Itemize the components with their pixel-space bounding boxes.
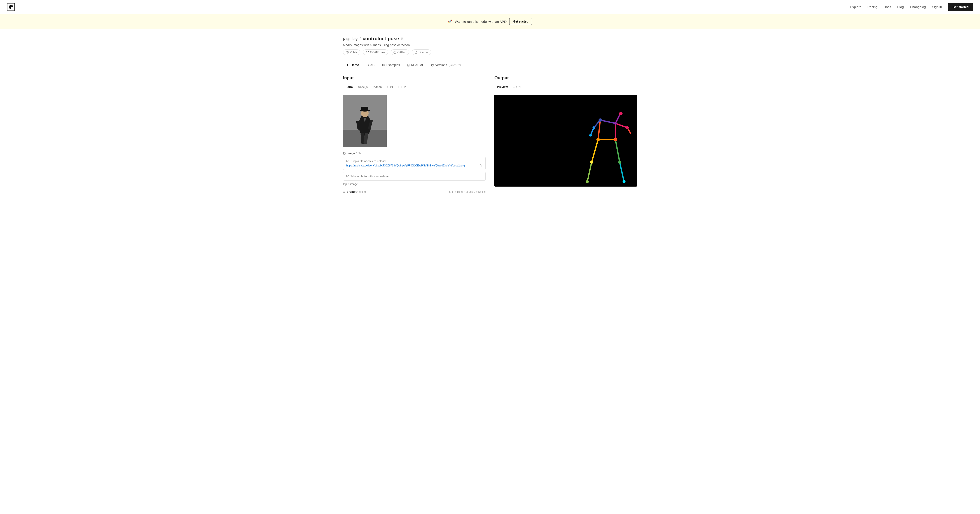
github-icon bbox=[393, 51, 396, 54]
badge-public-label: Public bbox=[350, 51, 358, 54]
pose-skeleton bbox=[495, 95, 637, 186]
svg-rect-20 bbox=[361, 107, 368, 111]
input-image-preview bbox=[343, 95, 387, 147]
nav-explore[interactable]: Explore bbox=[850, 5, 861, 9]
nav-blog[interactable]: Blog bbox=[897, 5, 904, 9]
svg-point-43 bbox=[598, 118, 602, 122]
badge-github-label: GitHub bbox=[398, 51, 406, 54]
input-title: Input bbox=[343, 75, 485, 81]
globe-icon bbox=[346, 51, 349, 54]
logo[interactable] bbox=[7, 3, 15, 11]
image-label-name: image bbox=[347, 151, 355, 155]
model-owner: jagilley bbox=[343, 36, 358, 41]
svg-point-44 bbox=[626, 126, 629, 129]
promo-banner: 🚀 Want to run this model with an API? Ge… bbox=[0, 14, 980, 29]
tab-readme[interactable]: README bbox=[403, 61, 428, 69]
page-body: jagilley / controlnet-pose ⧉ Modify imag… bbox=[332, 29, 648, 205]
image-sublabel: Input image bbox=[343, 182, 485, 186]
output-image-container bbox=[495, 95, 637, 186]
shift-hint: Shift + Return to add a new line bbox=[449, 190, 485, 193]
input-panel: Input Form Node.js Python Elixir HTTP bbox=[343, 75, 485, 198]
tab-api[interactable]: API bbox=[363, 61, 379, 69]
grid-icon bbox=[382, 64, 385, 67]
svg-rect-9 bbox=[383, 65, 383, 66]
svg-point-49 bbox=[590, 161, 593, 164]
svg-rect-0 bbox=[9, 5, 11, 6]
badge-github[interactable]: GitHub bbox=[391, 49, 409, 55]
model-tabs: Demo API Examples README Versions (0304f… bbox=[343, 61, 637, 69]
banner-text: Want to run this model with an API? bbox=[455, 20, 507, 24]
nav-docs[interactable]: Docs bbox=[883, 5, 891, 9]
output-panel: Output Preview JSON bbox=[495, 75, 637, 198]
camera-icon bbox=[346, 175, 349, 178]
badge-license-label: License bbox=[418, 51, 428, 54]
nav-pricing[interactable]: Pricing bbox=[867, 5, 878, 9]
nav-signin[interactable]: Sign in bbox=[932, 5, 942, 9]
input-tab-http[interactable]: HTTP bbox=[396, 84, 409, 90]
file-url: https://replicate.delivery/pbxt/lKJO0Z67… bbox=[346, 164, 482, 167]
model-title: jagilley / controlnet-pose ⧉ bbox=[343, 36, 637, 41]
output-format-tabs: Preview JSON bbox=[495, 84, 637, 90]
upload-hint-text: Drop a file or click to upload bbox=[350, 159, 385, 163]
navbar-get-started-button[interactable]: Get started bbox=[948, 3, 973, 11]
svg-rect-1 bbox=[11, 5, 13, 6]
tab-examples[interactable]: Examples bbox=[379, 61, 403, 69]
webcam-hint-text: Take a photo with your webcam bbox=[350, 175, 390, 178]
versions-hash: (0304f7f7) bbox=[449, 64, 461, 67]
nav-changelog[interactable]: Changelog bbox=[910, 5, 926, 9]
image-field-group: image* file Drop a file or click to uplo… bbox=[343, 151, 485, 186]
file-upload-box[interactable]: Drop a file or click to upload https://r… bbox=[343, 157, 485, 170]
input-tab-elixir[interactable]: Elixir bbox=[384, 84, 396, 90]
navbar-links: Explore Pricing Docs Blog Changelog Sign… bbox=[850, 3, 973, 11]
svg-rect-7 bbox=[384, 64, 385, 65]
play-icon bbox=[347, 64, 349, 67]
model-separator: / bbox=[360, 36, 361, 41]
model-name: controlnet-pose bbox=[363, 36, 399, 41]
model-badges: Public 155.8K runs GitHub License bbox=[343, 49, 637, 55]
upload-hint: Drop a file or click to upload bbox=[346, 159, 482, 163]
model-description: Modify images with humans using pose det… bbox=[343, 43, 637, 47]
navbar: Explore Pricing Docs Blog Changelog Sign… bbox=[0, 0, 980, 14]
output-tab-json[interactable]: JSON bbox=[510, 84, 523, 90]
prompt-field-group: prompt* string Shift + Return to add a n… bbox=[343, 190, 485, 193]
refresh-icon bbox=[366, 51, 369, 54]
image-field-label: image* file bbox=[343, 151, 485, 155]
svg-marker-5 bbox=[347, 64, 349, 66]
badge-runs[interactable]: 155.8K runs bbox=[363, 49, 388, 55]
input-tab-form[interactable]: Form bbox=[343, 84, 355, 90]
svg-point-41 bbox=[619, 112, 622, 116]
svg-point-23 bbox=[347, 176, 348, 177]
svg-point-52 bbox=[622, 180, 625, 183]
svg-point-51 bbox=[586, 180, 589, 183]
svg-rect-8 bbox=[384, 65, 385, 66]
badge-public[interactable]: Public bbox=[343, 49, 360, 55]
input-tab-python[interactable]: Python bbox=[370, 84, 384, 90]
svg-point-45 bbox=[592, 126, 595, 129]
tab-demo[interactable]: Demo bbox=[343, 61, 363, 69]
prompt-name: prompt bbox=[347, 190, 356, 193]
main-layout: Input Form Node.js Python Elixir HTTP bbox=[343, 75, 637, 198]
text-icon bbox=[343, 190, 346, 193]
badge-runs-label: 155.8K runs bbox=[370, 51, 385, 54]
input-tab-nodejs[interactable]: Node.js bbox=[355, 84, 370, 90]
svg-point-50 bbox=[618, 161, 621, 164]
prompt-field-label: prompt* string Shift + Return to add a n… bbox=[343, 190, 485, 193]
doc-icon bbox=[415, 51, 417, 54]
svg-point-46 bbox=[589, 134, 592, 137]
svg-rect-6 bbox=[383, 64, 383, 65]
code-icon bbox=[366, 64, 369, 67]
svg-point-42 bbox=[614, 122, 617, 125]
upload-icon bbox=[346, 160, 349, 162]
banner-get-started-button[interactable]: Get started bbox=[509, 18, 532, 25]
trash-icon[interactable] bbox=[479, 164, 482, 167]
file-icon bbox=[343, 152, 346, 154]
banner-icon: 🚀 bbox=[448, 19, 452, 24]
tab-versions[interactable]: Versions (0304f7f7) bbox=[428, 61, 464, 69]
webcam-box[interactable]: Take a photo with your webcam bbox=[343, 172, 485, 181]
book-icon bbox=[407, 64, 410, 67]
badge-license[interactable]: License bbox=[412, 49, 431, 55]
copy-icon[interactable]: ⧉ bbox=[401, 37, 403, 41]
output-title: Output bbox=[495, 75, 637, 81]
svg-point-47 bbox=[596, 138, 600, 141]
output-tab-preview[interactable]: Preview bbox=[495, 84, 510, 90]
